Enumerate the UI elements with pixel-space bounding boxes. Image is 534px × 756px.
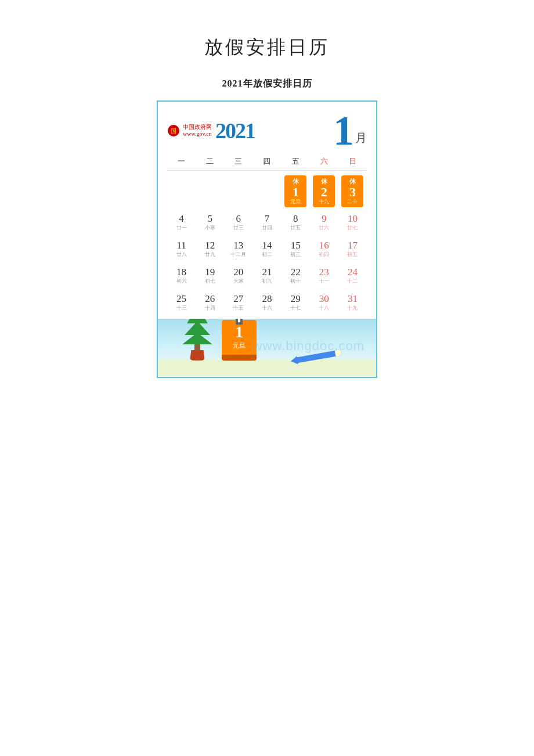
calendar-header: 国 中国政府网 www.gov.cn 2021 1 月 <box>167 110 367 152</box>
cal-cell-7: 7 廿四 <box>252 211 281 236</box>
cal-cell-jan2: 休 2 十九 <box>310 173 338 210</box>
holiday-badge-jan1: 休 1 元旦 <box>284 175 306 207</box>
cal-cell-25: 25 十三 <box>167 291 196 316</box>
cal-cell-19: 19 初七 <box>196 264 224 290</box>
cal-cell-14: 14 初二 <box>252 237 281 263</box>
cal-cell-20: 20 大寒 <box>224 264 252 290</box>
cal-cell-21: 21 初九 <box>252 264 281 290</box>
gov-logo-icon: 国 <box>167 124 180 137</box>
cal-cell-28: 28 十六 <box>252 291 281 316</box>
holiday-label-jan3: 二十 <box>347 199 358 206</box>
cal-cell-13: 13 十二月 <box>224 237 252 263</box>
holiday-day-jan3: 3 <box>349 186 356 199</box>
weekday-fri: 五 <box>282 155 310 168</box>
cal-cell-empty <box>224 173 252 210</box>
holiday-day-jan1: 1 <box>293 186 299 199</box>
holiday-label-jan1: 元旦 <box>290 199 301 206</box>
cal-cell-10: 10 廿七 <box>338 211 367 236</box>
weekday-sun: 日 <box>338 155 367 168</box>
weekday-thu: 四 <box>252 155 281 168</box>
page-title: 放假安排日历 <box>204 35 330 60</box>
calendar-container: 国 中国政府网 www.gov.cn 2021 1 月 一 二 三 四 五 六 … <box>157 100 377 378</box>
sub-title: 2021年放假安排日历 <box>222 78 312 90</box>
ground-decoration <box>158 359 376 377</box>
cal-cell-5: 5 小寒 <box>196 211 224 236</box>
calendar-grid: 休 1 元旦 休 2 十九 休 3 二十 4 廿一 <box>167 173 367 316</box>
weekday-mon: 一 <box>167 155 196 168</box>
cal-cell-16: 16 初四 <box>310 237 338 263</box>
cal-cell-26: 26 十四 <box>196 291 224 316</box>
cal-cell-30: 30 十八 <box>310 291 338 316</box>
xmas-tree-icon <box>182 319 212 361</box>
logo-text: 中国政府网 www.gov.cn <box>183 124 212 138</box>
holiday-badge-jan3: 休 3 二十 <box>341 175 363 207</box>
cal-cell-jan1: 休 1 元旦 <box>282 173 310 210</box>
cal-cell-23: 23 十一 <box>310 264 338 290</box>
cal-cell-empty <box>196 173 224 210</box>
cal-cell-9: 9 廿六 <box>310 211 338 236</box>
holiday-badge-jan2: 休 2 十九 <box>313 175 335 207</box>
svg-text:国: 国 <box>171 128 176 134</box>
cal-cell-11: 11 廿八 <box>167 237 196 263</box>
cal-cell-4: 4 廿一 <box>167 211 196 236</box>
cal-cell-15: 15 初三 <box>282 237 310 263</box>
month-number: 1 <box>333 110 354 152</box>
logo-area: 国 中国政府网 www.gov.cn <box>167 124 212 138</box>
cal-cell-31: 31 十九 <box>338 291 367 316</box>
year-label: 2021 <box>215 118 255 143</box>
cal-cell-empty <box>252 173 281 210</box>
cal-cell-18: 18 初六 <box>167 264 196 290</box>
cal-cell-24: 24 十二 <box>338 264 367 290</box>
cal-cell-jan3: 休 3 二十 <box>338 173 367 210</box>
cal-cell-29: 29 十七 <box>282 291 310 316</box>
cal-cell-8: 8 廿五 <box>282 211 310 236</box>
cal-cell-27: 27 十五 <box>224 291 252 316</box>
calendar-book-icon: 1 元旦 <box>222 320 262 362</box>
weekday-headers: 一 二 三 四 五 六 日 <box>167 155 367 171</box>
holiday-label-jan2: 十九 <box>319 199 329 206</box>
cal-cell-6: 6 廿三 <box>224 211 252 236</box>
cal-cell-empty <box>167 173 196 210</box>
weekday-wed: 三 <box>224 155 252 168</box>
cal-cell-17: 17 初五 <box>338 237 367 263</box>
cal-cell-22: 22 初十 <box>282 264 310 290</box>
holiday-day-jan2: 2 <box>321 186 327 199</box>
cal-cell-12: 12 廿九 <box>196 237 224 263</box>
watermark: www.bingdoc.com <box>253 339 365 354</box>
weekday-tue: 二 <box>196 155 224 168</box>
weekday-sat: 六 <box>310 155 338 168</box>
calendar-illustration: 1 元旦 www.bingdoc.com <box>158 319 376 377</box>
month-char: 月 <box>355 130 367 146</box>
